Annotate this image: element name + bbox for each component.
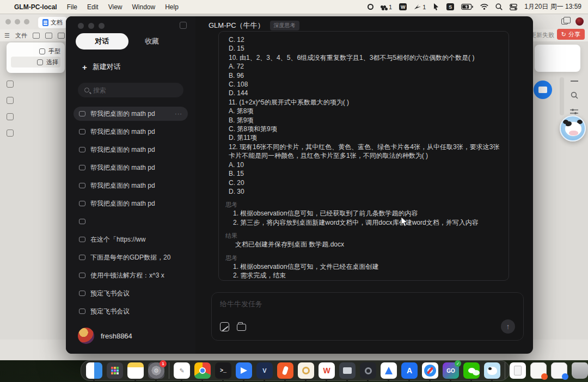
bg-app-avatar[interactable]: [575, 17, 584, 26]
tool-hand-option[interactable]: 手型: [11, 46, 60, 57]
dock-minimized-window-icon[interactable]: [551, 362, 567, 379]
dock-wps-icon[interactable]: W: [318, 362, 335, 379]
wifi-icon[interactable]: [480, 4, 488, 10]
math-line: 10. 由1、2、3、4、5、6组成没有重复数字且1、3都不与5相邻的六位偶数的…: [229, 53, 502, 62]
menu-file[interactable]: File: [67, 3, 77, 11]
chat-header: GLM-PC（牛牛） 深度思考: [209, 21, 299, 30]
hamburger-icon[interactable]: ☰: [4, 32, 10, 39]
dock-trash-icon[interactable]: [572, 362, 588, 379]
conversation-item[interactable]: 帮我把桌面的 math pd: [74, 161, 188, 175]
menu-help[interactable]: Help: [165, 3, 179, 11]
dock-rocket-app-icon[interactable]: [381, 362, 397, 379]
think-label: 思考: [225, 201, 502, 209]
dock-calendar-icon[interactable]: [127, 362, 144, 379]
bird-status-item[interactable]: 1: [414, 4, 426, 10]
dock-navy-app-icon[interactable]: V: [256, 362, 273, 379]
bg-app-scrollbar[interactable]: [560, 77, 564, 115]
dock-appstore-icon[interactable]: A: [401, 362, 418, 379]
minimize-icon[interactable]: [571, 81, 578, 82]
conversation-item[interactable]: 下面是每年的GDP数据，20: [74, 250, 188, 264]
deep-think-badge[interactable]: 深度思考: [270, 21, 299, 30]
print-icon[interactable]: [58, 33, 65, 39]
active-app-name[interactable]: GLM-PC-local: [14, 3, 57, 11]
conversation-item[interactable]: 帮我把桌面的 math pd: [74, 125, 188, 139]
cursor-icon[interactable]: [433, 3, 439, 10]
dock-settings-icon[interactable]: ⚙1: [148, 362, 164, 379]
conversation-item[interactable]: 帮我把桌面的 math pd ···: [74, 107, 188, 121]
dock-minimized-window-icon[interactable]: [530, 362, 547, 379]
dock-chrome-icon[interactable]: [194, 362, 211, 379]
dock-terminal-icon[interactable]: >_: [215, 362, 231, 379]
restore-window-icon[interactable]: [561, 19, 568, 24]
math-line: B. 15: [229, 169, 502, 178]
conversation-item[interactable]: 帮我把桌面的 math pd: [74, 178, 188, 193]
battery-icon[interactable]: [461, 4, 473, 10]
conversation-item[interactable]: 在这个「https://ww: [74, 232, 188, 247]
conversation-item[interactable]: 使用牛顿法解方程：x^3 x: [74, 268, 188, 282]
bg-app-document-tab[interactable]: 文档: [38, 17, 67, 28]
settings-toggle-icon[interactable]: [570, 109, 578, 114]
niuniu-floating-assistant[interactable]: [560, 115, 586, 141]
attach-folder-icon[interactable]: [237, 324, 246, 331]
paw-status-item[interactable]: 1: [381, 4, 392, 10]
copy-icon[interactable]: [7, 130, 14, 137]
sidebar-collapse-icon[interactable]: [180, 22, 187, 29]
dock-paperplane-app-icon[interactable]: [236, 362, 252, 379]
dock-finder-icon[interactable]: [86, 362, 102, 379]
save-icon[interactable]: [45, 33, 52, 39]
menu-view[interactable]: View: [108, 3, 122, 11]
bg-app-blue-widget[interactable]: [534, 81, 552, 99]
s-app-icon[interactable]: S: [446, 3, 454, 10]
open-folder-icon[interactable]: [33, 33, 40, 39]
message-input[interactable]: [220, 299, 515, 319]
dock-orange-app-icon[interactable]: [277, 362, 293, 379]
zoom-search-icon[interactable]: [571, 91, 578, 99]
w-app-icon[interactable]: W: [399, 3, 407, 10]
menu-bar-clock[interactable]: 1月20日 周一 13:59: [524, 2, 581, 11]
dock-launchpad-icon[interactable]: [107, 362, 123, 379]
menu-window[interactable]: Window: [132, 3, 156, 11]
menu-bar: GLM-PC-local File Edit View Window Help …: [0, 0, 588, 14]
more-options-icon[interactable]: ···: [175, 110, 182, 117]
menu-edit[interactable]: Edit: [87, 3, 99, 11]
conversation-item[interactable]: 预定飞书会议: [74, 286, 188, 300]
dock-goland-icon[interactable]: GO✓: [443, 362, 459, 379]
dock-safari-icon[interactable]: [422, 362, 438, 379]
share-button[interactable]: ↻ 分享: [557, 29, 585, 40]
result-label: 结果: [225, 232, 502, 240]
search-input[interactable]: [93, 87, 164, 94]
user-profile[interactable]: fresh8864: [78, 328, 132, 344]
tool-select-option[interactable]: 选择: [11, 57, 60, 67]
record-status-icon[interactable]: [367, 4, 373, 10]
dock-dark-circle-app-icon[interactable]: [360, 362, 376, 379]
dock-document-file-icon[interactable]: [510, 362, 526, 379]
conversation-item[interactable]: 预定飞书会议: [74, 304, 188, 318]
image-icon[interactable]: [7, 97, 14, 104]
dock-notes-icon[interactable]: ✎: [174, 362, 190, 379]
dock-niuniu-icon[interactable]: [484, 362, 500, 379]
control-center-icon[interactable]: [510, 4, 517, 10]
spotlight-search-icon[interactable]: [495, 3, 503, 10]
math-line: 12. 现有16张不同的卡片，其中红色、黄色、蓝色、绿色卡片各4张，从中任取3张…: [229, 143, 502, 161]
bg-app-traffic-lights[interactable]: [5, 19, 29, 24]
dock-paw-app-icon[interactable]: [298, 362, 314, 379]
update-failed-text: 更新失败: [530, 31, 554, 39]
sidebar-search[interactable]: [78, 83, 183, 97]
conversation-item[interactable]: 帮我把桌面的 math pd: [74, 143, 188, 157]
send-button[interactable]: ↑: [501, 319, 515, 334]
tab-chat[interactable]: 对话: [76, 33, 128, 50]
bg-app-file-menu[interactable]: 文件: [15, 32, 27, 40]
conversation-item[interactable]: [74, 214, 188, 229]
window-traffic-lights[interactable]: [78, 23, 105, 29]
conversation-item[interactable]: 帮我把桌面的 math pd: [74, 196, 188, 211]
screenshot-icon[interactable]: [220, 322, 229, 331]
message-input-box[interactable]: ↑: [211, 292, 524, 341]
hand-tool-icon: [39, 48, 45, 54]
new-chat-button[interactable]: + 新建对话: [82, 62, 121, 72]
dock-wechat-icon[interactable]: [463, 362, 480, 379]
tab-favorites[interactable]: 收藏: [145, 36, 159, 46]
math-line: C. 第8项和第9项: [229, 125, 502, 133]
dock-preview-app-icon[interactable]: [339, 362, 356, 379]
comment-icon[interactable]: [7, 113, 14, 120]
bookmark-icon[interactable]: [7, 81, 14, 88]
